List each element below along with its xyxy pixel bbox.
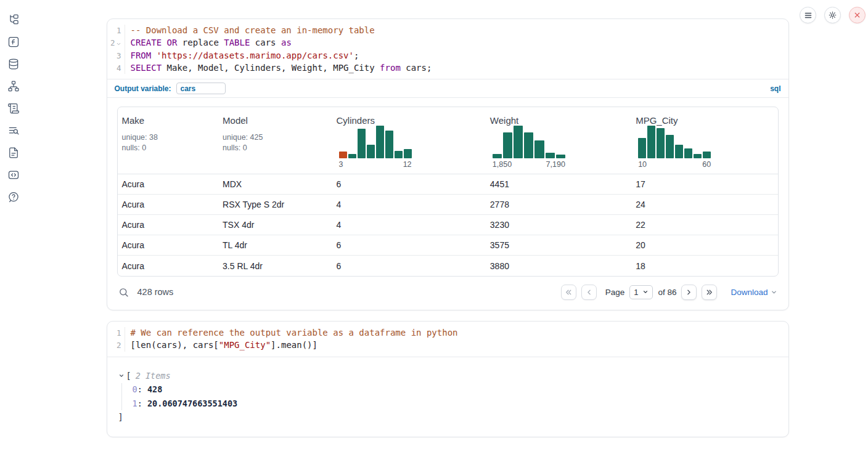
page-total-label: of 86 — [658, 288, 676, 297]
output-variable-input[interactable] — [176, 83, 226, 94]
table-row: AcuraMDX6445117 — [118, 174, 778, 195]
sidebar-item-file-tree[interactable] — [7, 14, 20, 26]
sql-cell: 1-- Download a CSV and create an in-memo… — [107, 18, 789, 310]
sidebar-item-document[interactable] — [7, 147, 20, 159]
stat-line: unique: 425 — [223, 132, 332, 143]
sidebar-item-snippets[interactable] — [7, 169, 20, 181]
fold-chevron-icon[interactable] — [116, 38, 121, 51]
snippets-icon — [7, 169, 20, 181]
scroll-icon — [7, 102, 20, 115]
table-cell: 4 — [332, 220, 486, 230]
histogram-bar — [339, 152, 347, 158]
sidebar — [0, 0, 27, 449]
sidebar-item-function[interactable] — [7, 36, 20, 48]
tree-close-bracket: ] — [118, 411, 777, 424]
axis-min-label: 3 — [339, 160, 343, 169]
topbar-actions — [800, 7, 866, 23]
histogram-bar — [395, 151, 403, 158]
column-header-make[interactable]: Makeunique: 38nulls: 0 — [118, 115, 219, 169]
line-number: 4 — [107, 62, 125, 75]
axis-max-label: 7,190 — [546, 160, 565, 169]
tree-item: 1: 20.060747663551403 — [133, 397, 777, 411]
histogram-bar — [376, 126, 384, 158]
stat-line: nulls: 0 — [122, 143, 219, 153]
tree-collapse-chevron-icon[interactable] — [118, 373, 125, 379]
histogram-axis: 1060 — [638, 160, 711, 169]
histogram-bar — [647, 126, 655, 158]
table-cell: 3.5 RL 4dr — [218, 261, 332, 271]
column-header-model[interactable]: Modelunique: 425nulls: 0 — [218, 115, 332, 169]
tree-open-bracket: [ — [126, 370, 131, 383]
chevron-left-icon — [585, 288, 593, 296]
menu-button[interactable] — [800, 7, 816, 23]
sidebar-item-sitemap[interactable] — [7, 80, 20, 92]
next-page-button[interactable] — [681, 285, 697, 300]
python-cell: 1# We can reference the output variable … — [107, 321, 789, 437]
search-list-icon — [7, 124, 20, 137]
search-button[interactable] — [118, 287, 129, 297]
download-label: Download — [731, 288, 768, 297]
table-cell: 2778 — [486, 200, 631, 209]
python-cell-output: [ 2 Items 0: 4281: 20.060747663551403 ] — [107, 357, 788, 437]
settings-button[interactable] — [824, 7, 841, 23]
code-line: 1# We can reference the output variable … — [107, 327, 788, 339]
menu-icon — [804, 11, 813, 20]
tree-item-colon: : — [137, 384, 147, 394]
table-header: Makeunique: 38nulls: 0Modelunique: 425nu… — [118, 107, 778, 174]
last-page-button[interactable] — [702, 285, 717, 300]
histogram-bars — [493, 126, 565, 158]
function-icon — [7, 36, 20, 48]
line-number: 1 — [107, 327, 125, 339]
python-editor[interactable]: 1# We can reference the output variable … — [107, 322, 788, 356]
page-select-value: 1 — [634, 288, 638, 297]
table-cell: 18 — [631, 261, 777, 271]
code-line: 2CREATE OR replace TABLE cars as — [107, 37, 788, 51]
histogram-bar — [367, 145, 375, 158]
code-line: 3FROM 'https://datasets.marimo.app/cars.… — [107, 50, 788, 62]
table-cell: MDX — [218, 179, 332, 189]
table-body: AcuraMDX6445117AcuraRSX Type S 2dr427782… — [118, 174, 778, 276]
column-stats: unique: 425nulls: 0 — [223, 132, 332, 153]
axis-max-label: 60 — [702, 160, 711, 169]
first-page-button[interactable] — [561, 285, 576, 300]
sidebar-item-database[interactable] — [7, 58, 20, 70]
column-header-cylinders[interactable]: Cylinders312 — [332, 115, 486, 169]
code-text: -- Download a CSV and create an in-memor… — [125, 25, 788, 37]
histogram-bars — [638, 126, 711, 158]
histogram-bar — [514, 126, 523, 158]
shutdown-button[interactable] — [849, 7, 866, 23]
document-icon — [7, 147, 20, 159]
sidebar-item-search-list[interactable] — [7, 124, 20, 137]
histogram-bar — [534, 140, 544, 158]
histogram-bar — [404, 149, 412, 158]
histogram-bar — [638, 138, 646, 158]
page-select[interactable]: 1 — [629, 285, 653, 299]
column-title: Weight — [490, 115, 631, 126]
chevrons-right-icon — [705, 288, 713, 296]
table-cell: Acura — [118, 179, 219, 189]
tree-item-colon: : — [137, 398, 147, 408]
table-cell: Acura — [118, 200, 219, 209]
close-icon — [853, 11, 861, 19]
download-button[interactable]: Download — [731, 288, 777, 297]
histogram-bar — [684, 148, 692, 158]
table-row: AcuraTL 4dr6357520 — [118, 235, 778, 256]
table-cell: 6 — [332, 261, 486, 271]
column-header-mpg_city[interactable]: MPG_City1060 — [631, 115, 777, 169]
column-header-weight[interactable]: Weight1,8507,190 — [486, 115, 631, 169]
line-number: 1 — [107, 25, 125, 37]
column-title: Make — [122, 115, 219, 126]
sidebar-item-help[interactable] — [7, 191, 20, 203]
table-cell: 24 — [631, 200, 777, 209]
file-tree-icon — [7, 14, 20, 26]
histogram-bar — [675, 145, 683, 158]
histogram-bar — [556, 155, 565, 158]
prev-page-button[interactable] — [581, 285, 597, 300]
sidebar-item-scroll[interactable] — [7, 102, 20, 115]
chevron-right-icon — [685, 288, 693, 296]
table-cell: 3880 — [486, 261, 631, 271]
chevrons-left-icon — [565, 288, 573, 296]
tree-item-key: 0 — [133, 384, 137, 394]
sql-editor[interactable]: 1-- Download a CSV and create an in-memo… — [107, 19, 788, 79]
table-cell: Acura — [118, 240, 219, 250]
